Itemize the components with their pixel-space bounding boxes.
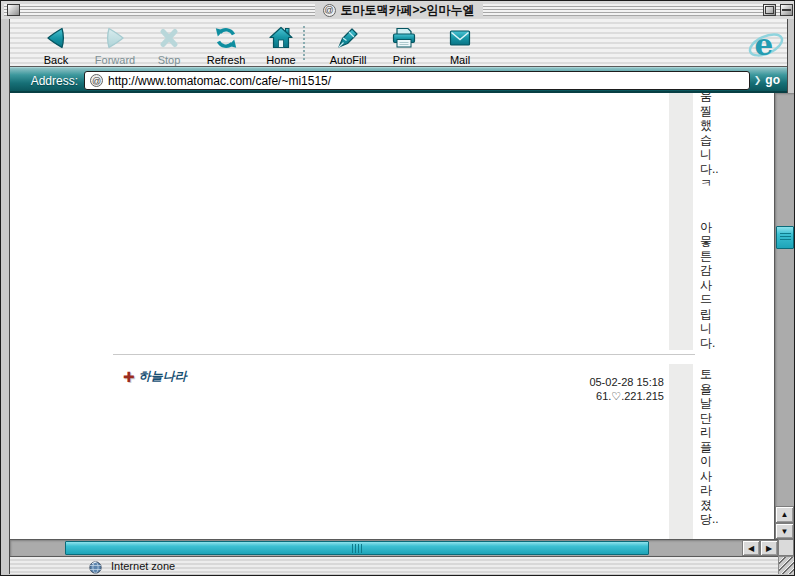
red-cross-icon: ✚ (123, 370, 135, 384)
page-content: 움 찔 했 습 니 다.. ㅋ 아 뭏 튼 감 사 드 립 니 다. 토 욜 날… (10, 93, 774, 539)
refresh-button[interactable]: Refresh (197, 25, 255, 63)
refresh-icon (213, 25, 239, 55)
home-label: Home (266, 55, 295, 66)
address-field-wrap: @ (84, 71, 750, 90)
zoom-box-icon[interactable] (763, 4, 776, 16)
home-icon (268, 25, 294, 55)
go-button[interactable]: ❯ go (754, 73, 780, 87)
title-bar[interactable]: @ 토마토맥카페>>임마누엘 (1, 1, 795, 19)
back-label: Back (44, 55, 68, 66)
mail-icon (447, 25, 473, 55)
horizontal-scrollbar-thumb[interactable] (65, 541, 649, 555)
post-author-badge: ✚ 하늘나라 (123, 368, 187, 385)
go-chevron-icon: ❯ (754, 75, 762, 85)
window-frame-left (1, 19, 10, 575)
refresh-label: Refresh (207, 55, 246, 66)
internet-explorer-logo-icon: e (747, 25, 785, 63)
horizontal-scrollbar[interactable]: ◀ ▶ (10, 539, 778, 556)
back-icon (43, 25, 69, 55)
resize-grip[interactable] (778, 556, 795, 574)
comment-text-bottom: 토 욜 날 단 리 플 이 사 라 졌 당.. (700, 367, 724, 527)
collapse-box-icon[interactable] (780, 4, 793, 16)
window-title: 토마토맥카페>>임마누엘 (340, 2, 474, 19)
stop-button[interactable]: Stop (140, 25, 198, 63)
svg-text:e: e (755, 27, 774, 62)
mail-button[interactable]: Mail (431, 25, 489, 63)
toolbar-separator (303, 26, 305, 60)
left-arrow-icon: ◀ (748, 544, 754, 553)
thumb-grip-icon (780, 233, 791, 242)
forward-button[interactable]: Forward (86, 25, 144, 63)
forward-label: Forward (95, 55, 135, 66)
status-bar: Internet zone (10, 556, 778, 574)
address-input[interactable] (108, 73, 744, 88)
stop-icon (156, 25, 182, 55)
thumb-grip-icon (352, 544, 363, 553)
scroll-right-button[interactable]: ▶ (760, 540, 778, 556)
toolbar: Back Forward Stop Refresh (10, 19, 787, 67)
browser-window: @ 토마토맥카페>>임마누엘 Back Forward Stop (0, 0, 795, 576)
up-arrow-icon: ▲ (781, 510, 789, 519)
home-button[interactable]: Home (252, 25, 310, 63)
forward-icon (102, 25, 128, 55)
address-label: Address: (20, 74, 78, 88)
table-cell-strip-top (669, 93, 693, 350)
globe-icon (89, 560, 102, 576)
scroll-down-button[interactable]: ▼ (775, 523, 794, 539)
go-label: go (765, 73, 780, 87)
vertical-scrollbar[interactable]: ▲ ▼ (774, 93, 794, 539)
down-arrow-icon: ▼ (781, 527, 789, 536)
autofill-icon (335, 25, 361, 55)
post-date-ip: 05-02-28 15:18 61.♡.221.215 (494, 375, 664, 403)
window-title-group: @ 토마토맥카페>>임마누엘 (314, 2, 482, 18)
back-button[interactable]: Back (27, 25, 85, 63)
autofill-label: AutoFill (330, 55, 367, 66)
page-at-icon: @ (322, 4, 335, 17)
stop-label: Stop (158, 55, 181, 66)
scroll-left-button[interactable]: ◀ (742, 540, 760, 556)
table-cell-strip-bottom (669, 364, 693, 539)
address-bar: Address: @ ❯ go (10, 67, 787, 93)
url-at-icon: @ (90, 74, 103, 87)
post-divider (113, 354, 695, 355)
print-label: Print (393, 55, 416, 66)
right-arrow-icon: ▶ (766, 544, 772, 553)
scroll-up-button[interactable]: ▲ (775, 506, 794, 523)
status-zone-text: Internet zone (111, 560, 175, 572)
print-button[interactable]: Print (375, 25, 433, 63)
print-icon (391, 25, 417, 55)
window-frame-right (787, 19, 795, 93)
post-author-name: 하늘나라 (139, 368, 187, 385)
mail-label: Mail (450, 55, 470, 66)
autofill-button[interactable]: AutoFill (319, 25, 377, 63)
scrollbar-corner (778, 539, 794, 556)
comment-text-top: 움 찔 했 습 니 다.. ㅋ 아 뭏 튼 감 사 드 립 니 다. (700, 93, 724, 350)
vertical-scrollbar-thumb[interactable] (776, 226, 794, 249)
close-box-icon[interactable] (7, 4, 20, 16)
